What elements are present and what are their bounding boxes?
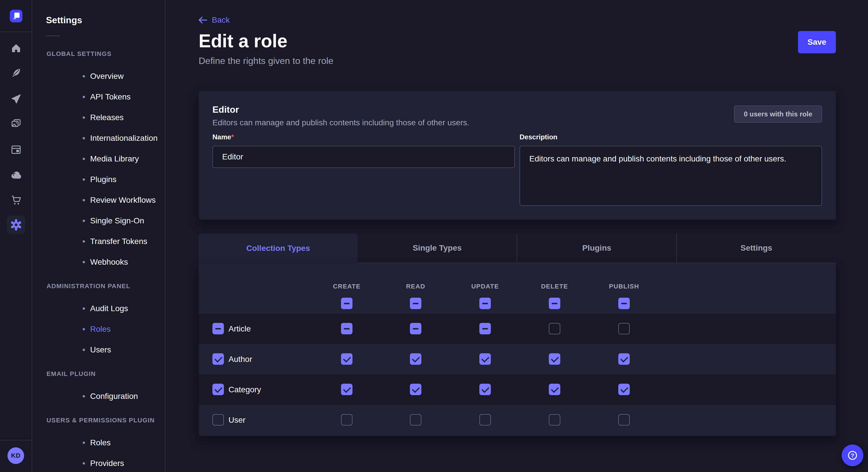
article-read-checkbox[interactable] [410,323,422,334]
nav-section-label: USERS & PERMISSIONS PLUGIN [46,416,165,425]
user-delete-checkbox[interactable] [549,414,560,426]
user-create-checkbox[interactable] [341,414,352,426]
cloud-icon[interactable] [7,166,25,184]
sidebar-item-api-tokens[interactable]: API Tokens [32,87,165,107]
sidebar-item-label: Internationalization [90,134,158,142]
permissions-section: Collection TypesSingle TypesPluginsSetti… [198,233,836,436]
sidebar-item-label: Roles [90,438,111,447]
tab-single-types[interactable]: Single Types [358,233,517,263]
description-textarea[interactable] [520,146,822,206]
settings-icon[interactable] [7,216,25,234]
bullet-icon [83,220,85,222]
sidebar-item-internationalization[interactable]: Internationalization [32,128,165,148]
sidebar-item-audit-logs[interactable]: Audit Logs [32,298,165,319]
page-title: Edit a role [198,30,287,52]
nav-section-label: ADMINISTRATION PANEL [46,281,165,291]
category-create-checkbox[interactable] [341,384,352,395]
category-publish-checkbox[interactable] [618,384,630,395]
article-create-checkbox[interactable] [341,323,352,334]
permission-row-user: User [198,405,836,435]
permission-row-author: Author [198,344,836,374]
bullet-icon [83,178,85,181]
author-publish-checkbox[interactable] [618,353,630,365]
tab-collection-types[interactable]: Collection Types [198,233,358,263]
sidebar-item-transfer-tokens[interactable]: Transfer Tokens [32,231,165,252]
rail-logo-section [0,0,32,32]
category-update-checkbox[interactable] [479,384,491,395]
home-icon[interactable] [7,39,25,57]
author-create-checkbox[interactable] [341,353,352,365]
marketplace-icon[interactable] [7,191,25,209]
page-subtitle: Define the rights given to the role [198,56,334,66]
tab-plugins[interactable]: Plugins [517,233,676,263]
author-read-checkbox[interactable] [410,353,422,365]
content-manager-icon[interactable] [7,140,25,159]
sidebar-item-roles[interactable]: Roles [32,319,165,339]
article-publish-checkbox[interactable] [618,323,630,334]
avatar[interactable]: KD [7,447,24,464]
bullet-icon [83,462,85,465]
user-read-checkbox[interactable] [410,414,422,426]
sidebar-item-webhooks[interactable]: Webhooks [32,252,165,272]
sidebar-item-providers[interactable]: Providers [32,453,165,472]
deploy-icon[interactable] [7,90,25,108]
sidebar-item-label: Releases [90,113,124,122]
sidebar-item-review-workflows[interactable]: Review Workflows [32,190,165,210]
sidebar-item-media-library[interactable]: Media Library [32,148,165,169]
sidebar-title-divider [46,36,60,36]
sidebar-item-label: Roles [90,325,111,334]
bullet-icon [83,75,85,77]
sidebar-item-label: Media Library [90,154,139,163]
sidebar-item-roles[interactable]: Roles [32,432,165,453]
name-input[interactable] [212,146,515,168]
save-button[interactable]: Save [798,31,836,53]
author-row-checkbox[interactable] [212,353,224,365]
bullet-icon [83,395,85,398]
role-details-card: Editor Editors can manage and publish co… [198,91,836,220]
back-label: Back [212,15,229,25]
role-description-text: Editors can manage and publish contents … [212,118,469,127]
bullet-icon [83,307,85,310]
article-row-checkbox[interactable] [212,323,224,334]
category-read-checkbox[interactable] [410,384,422,395]
back-link[interactable]: Back [198,15,229,25]
author-delete-checkbox[interactable] [549,353,560,365]
column-header-delete: DELETE [541,283,568,290]
main-area: Back Edit a role Define the rights given… [166,0,868,472]
sidebar-item-configuration[interactable]: Configuration [32,386,165,407]
strapi-settings-page: KD Settings GLOBAL SETTINGSOverviewAPI T… [0,0,868,472]
sidebar-item-single-sign-on[interactable]: Single Sign-On [32,210,165,231]
column-header-publish: PUBLISH [609,283,639,290]
select-all-create-checkbox[interactable] [341,298,352,309]
sidebar-title: Settings [46,15,82,26]
tab-settings[interactable]: Settings [676,233,836,263]
column-header-update: UPDATE [471,283,499,290]
select-all-delete-checkbox[interactable] [549,298,560,309]
sidebar-item-plugins[interactable]: Plugins [32,169,165,190]
row-label: Author [228,344,252,374]
article-delete-checkbox[interactable] [549,323,560,334]
author-update-checkbox[interactable] [479,353,491,365]
strapi-logo[interactable] [10,10,22,22]
select-all-update-checkbox[interactable] [479,298,491,309]
user-publish-checkbox[interactable] [618,414,630,426]
media-library-icon[interactable] [7,114,25,133]
article-update-checkbox[interactable] [479,323,491,334]
select-all-publish-checkbox[interactable] [618,298,630,309]
user-update-checkbox[interactable] [479,414,491,426]
help-button[interactable]: ? [842,444,863,466]
category-row-checkbox[interactable] [212,384,224,395]
sidebar-item-label: Users [90,345,111,354]
name-label: Name* [212,133,515,142]
users-with-role-badge[interactable]: 0 users with this role [734,105,822,123]
sidebar-item-label: Plugins [90,175,117,184]
sidebar-item-releases[interactable]: Releases [32,107,165,128]
content-builder-icon[interactable] [7,64,25,82]
description-label: Description [520,133,822,142]
row-label: Category [228,374,261,405]
user-row-checkbox[interactable] [212,414,224,426]
select-all-read-checkbox[interactable] [410,298,422,309]
category-delete-checkbox[interactable] [549,384,560,395]
sidebar-item-overview[interactable]: Overview [32,66,165,87]
sidebar-item-users[interactable]: Users [32,339,165,360]
